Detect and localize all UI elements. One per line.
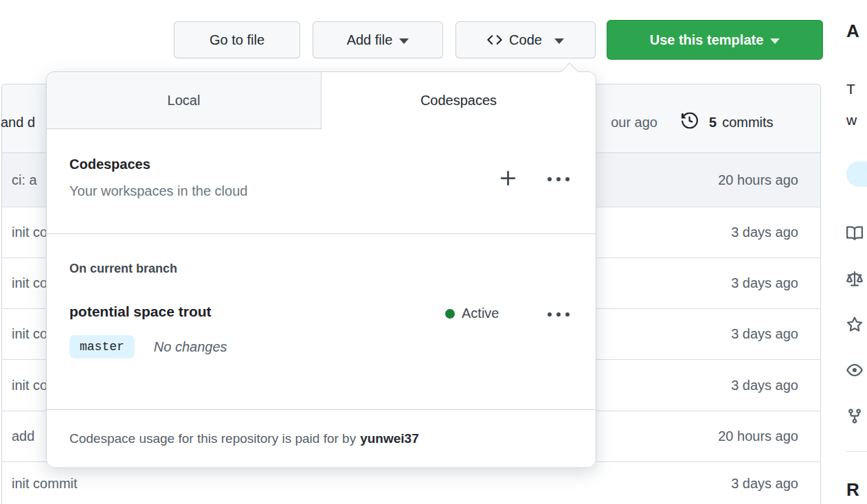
kebab-icon [548, 177, 552, 181]
go-to-file-button[interactable]: Go to file [174, 21, 300, 58]
branch-badge: master [69, 335, 135, 358]
file-commit-message[interactable]: init commit [12, 476, 78, 492]
file-row[interactable]: init commit 3 days ago [2, 462, 820, 504]
codespaces-footer: Codespace usage for this repository is p… [47, 410, 596, 467]
go-to-file-label: Go to file [210, 32, 264, 48]
footer-text: Codespace usage for this repository is p… [69, 431, 356, 446]
file-commit-message[interactable]: add [12, 428, 34, 444]
use-this-template-button[interactable]: Use this template [607, 20, 823, 60]
code-label: Code [509, 32, 542, 48]
star-icon[interactable] [846, 317, 863, 333]
law-icon[interactable] [846, 271, 863, 288]
code-popover-tabs: Local Codespaces [47, 72, 596, 129]
use-this-template-label: Use this template [650, 32, 764, 48]
codespace-options-button[interactable] [548, 312, 570, 317]
file-commit-time: 3 days ago [731, 378, 798, 393]
eye-icon[interactable] [846, 362, 863, 378]
plus-icon [498, 168, 519, 189]
changes-label: No changes [154, 339, 227, 355]
book-icon[interactable] [846, 225, 863, 242]
file-commit-time: 20 hours ago [718, 428, 798, 444]
triangle-down-icon [554, 38, 564, 44]
latest-commit-message[interactable]: and d [1, 115, 35, 130]
new-codespace-button[interactable] [498, 168, 519, 189]
sidebar-divider [846, 451, 867, 452]
footer-owner: yunwei37 [360, 431, 419, 446]
topic-badge[interactable] [846, 161, 867, 187]
current-branch-section: On current branch potential space trout … [47, 234, 596, 410]
triangle-down-icon [770, 38, 780, 44]
add-file-button[interactable]: Add file [313, 21, 443, 58]
latest-commit-time: our ago [611, 115, 657, 130]
code-button[interactable]: Code [455, 21, 596, 58]
status-label: Active [462, 306, 499, 321]
on-current-branch-label: On current branch [69, 262, 573, 276]
repo-sidebar: A T w R [846, 0, 867, 504]
codespace-status: Active [445, 306, 499, 321]
repo-forked-icon[interactable] [846, 408, 863, 424]
commits-link[interactable]: 5 commits [709, 115, 774, 130]
repo-description-line: w [846, 112, 857, 128]
code-popover: Local Codespaces Codespaces Your workspa… [46, 71, 596, 467]
dot-fill-icon [445, 309, 455, 319]
file-commit-time: 3 days ago [731, 326, 798, 342]
codespaces-options-button[interactable] [548, 177, 570, 181]
tab-local[interactable]: Local [47, 72, 322, 129]
file-commit-message[interactable]: ci: a [12, 172, 37, 188]
history-icon [682, 113, 698, 133]
codespace-badges: master No changes [69, 335, 573, 358]
about-heading: A [846, 21, 859, 42]
github-repo-page: and d our ago 5 commits ci: a 20 hours a… [0, 0, 867, 504]
tab-codespaces[interactable]: Codespaces [322, 72, 596, 129]
kebab-icon [548, 312, 552, 317]
commits-label: commits [722, 115, 773, 130]
code-icon [487, 32, 502, 47]
repo-description-line: T [846, 81, 855, 98]
commits-count: 5 [709, 115, 717, 130]
file-commit-time: 20 hours ago [718, 172, 798, 188]
file-commit-time: 3 days ago [731, 225, 798, 240]
file-commit-time: 3 days ago [731, 275, 798, 291]
releases-heading: R [846, 479, 859, 501]
codespaces-header-section: Codespaces Your workspaces in the cloud [47, 129, 596, 234]
add-file-label: Add file [347, 32, 393, 48]
file-commit-time: 3 days ago [731, 476, 798, 492]
triangle-down-icon [399, 38, 409, 44]
